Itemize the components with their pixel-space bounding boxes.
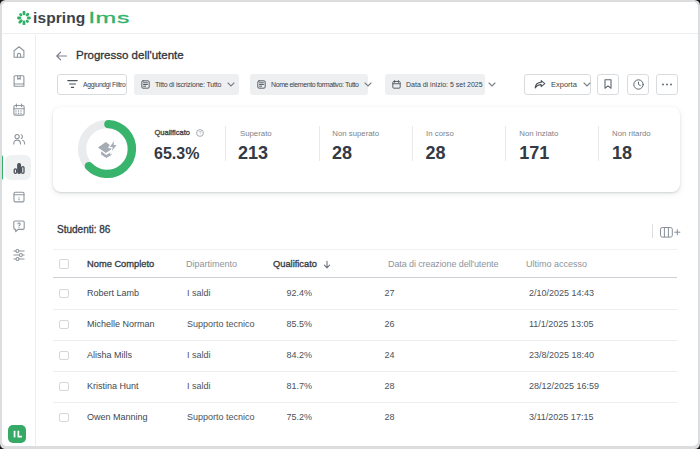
svg-text:?: ?	[199, 131, 202, 136]
